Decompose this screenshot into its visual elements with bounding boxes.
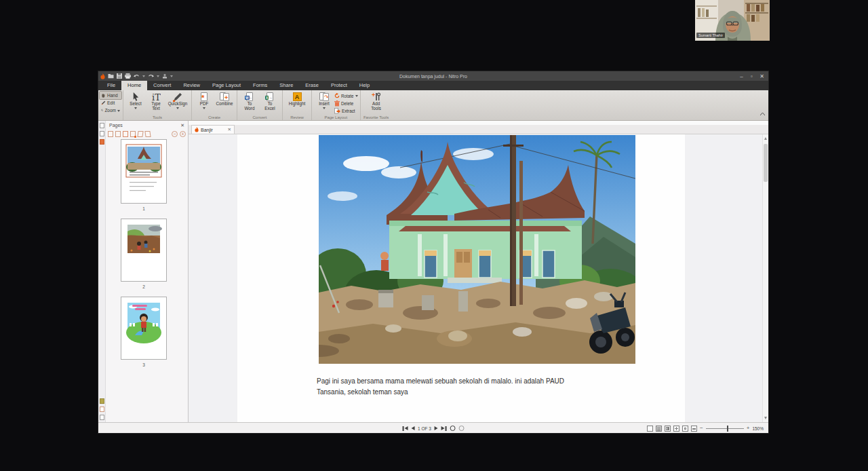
- zoom-slider-thumb[interactable]: [727, 426, 729, 432]
- print-icon[interactable]: [125, 73, 131, 79]
- bookmarks-panel-icon[interactable]: [100, 131, 104, 136]
- zoom-level: 150%: [752, 426, 764, 431]
- ribbon-group-page-layout: ↷ Insert Rotate Delete: [312, 90, 361, 120]
- single-page-view-icon[interactable]: [647, 426, 653, 432]
- collapse-ribbon-icon[interactable]: [760, 106, 765, 118]
- tab-convert[interactable]: Convert: [147, 81, 177, 90]
- select-caret-icon: [134, 107, 137, 109]
- edit-pencil-icon: [101, 100, 106, 105]
- nitro-flame-icon: [100, 73, 105, 79]
- facing-pages-view-icon[interactable]: [665, 426, 671, 432]
- page-thumbnail-1[interactable]: [121, 139, 167, 204]
- attachments-panel-icon[interactable]: [100, 415, 104, 420]
- next-view-button[interactable]: [458, 426, 464, 431]
- nitro-pro-window: Dokumen tanpa judul - Nitro Pro – ▫ ✕ Fi…: [98, 71, 768, 433]
- tab-review[interactable]: Review: [177, 81, 206, 90]
- highlight-button[interactable]: A Highlight: [285, 91, 309, 107]
- page-thumbnail-3[interactable]: [121, 297, 167, 360]
- rotate-cw-icon[interactable]: [144, 131, 151, 137]
- type-text-button[interactable]: iT Type Text: [146, 91, 166, 111]
- tab-share[interactable]: Share: [273, 81, 299, 90]
- scrollbar-thumb[interactable]: [764, 144, 768, 182]
- pages-panel-icon[interactable]: [100, 123, 104, 128]
- combine-button[interactable]: + Combine: [214, 91, 235, 107]
- document-tab-bar: Banjir ✕: [189, 125, 768, 134]
- continuous-view-icon[interactable]: [656, 426, 662, 432]
- undo-icon[interactable]: [134, 74, 140, 79]
- page-indicator: 1 OF 3: [418, 426, 431, 431]
- group-label-page-layout: Page Layout: [312, 115, 360, 119]
- maximize-button[interactable]: ▫: [747, 71, 757, 81]
- first-page-button[interactable]: [403, 426, 408, 431]
- delete-page-icon[interactable]: [123, 131, 128, 137]
- tab-forms[interactable]: Forms: [247, 81, 273, 90]
- ribbon-group-create: * PDF + Combine Create: [192, 90, 237, 120]
- to-word-button[interactable]: W→ To Word: [239, 91, 260, 111]
- fit-width-view-icon[interactable]: [691, 426, 697, 432]
- webcam-video-tile[interactable]: Sumarti Thahir: [695, 0, 770, 41]
- zoom-tool-button[interactable]: Zoom: [100, 107, 121, 114]
- document-tab-close-icon[interactable]: ✕: [228, 127, 231, 132]
- import-page-icon[interactable]: [115, 131, 121, 137]
- page-thumbnail-2[interactable]: [121, 219, 167, 282]
- signatures-panel-icon[interactable]: [100, 407, 104, 412]
- scroll-up-icon[interactable]: [764, 137, 767, 140]
- comments-panel-icon[interactable]: [100, 139, 104, 145]
- pages-panel-close-icon[interactable]: ✕: [180, 123, 184, 128]
- delete-button[interactable]: Delete: [334, 100, 358, 107]
- select-button[interactable]: Select: [125, 91, 146, 109]
- open-file-icon[interactable]: [108, 73, 114, 79]
- qat-customize-caret-icon[interactable]: [170, 75, 173, 77]
- insert-button[interactable]: ↷ Insert: [314, 91, 334, 109]
- zoom-slider[interactable]: [706, 428, 744, 429]
- previous-page-button[interactable]: [411, 426, 414, 430]
- zoom-caret-icon: [117, 110, 120, 112]
- layers-panel-icon[interactable]: [100, 398, 104, 404]
- scroll-down-icon[interactable]: [764, 417, 767, 419]
- pages-panel: Pages ✕ − +: [106, 121, 189, 422]
- previous-view-button[interactable]: [450, 426, 455, 431]
- last-page-button[interactable]: [441, 426, 447, 431]
- grid-view-icon[interactable]: [673, 426, 679, 432]
- rotate-button[interactable]: Rotate: [334, 92, 358, 99]
- tab-protect[interactable]: Protect: [325, 81, 353, 90]
- new-page-icon[interactable]: [130, 131, 136, 137]
- title-bar: Dokumen tanpa judul - Nitro Pro – ▫ ✕: [98, 71, 768, 81]
- export-page-icon[interactable]: [108, 131, 113, 137]
- tab-help[interactable]: Help: [353, 81, 376, 90]
- to-excel-button[interactable]: X→ To Excel: [260, 91, 280, 111]
- group-label-tools: Tools: [123, 115, 191, 119]
- redo-dropdown-caret-icon[interactable]: [157, 75, 159, 77]
- tab-home[interactable]: Home: [121, 81, 147, 90]
- document-canvas[interactable]: Pagi ini saya bersama mama melewati sebu…: [189, 134, 768, 422]
- document-tab-banjir[interactable]: Banjir ✕: [191, 125, 235, 134]
- hand-tool-button[interactable]: Hand: [100, 92, 121, 99]
- zoom-in-button[interactable]: +: [747, 426, 750, 431]
- magnifier-icon: [101, 108, 103, 113]
- pdf-caret-icon: [203, 107, 205, 109]
- fit-page-view-icon[interactable]: [682, 426, 688, 432]
- save-icon[interactable]: [117, 73, 122, 79]
- pdf-button[interactable]: * PDF: [194, 91, 214, 109]
- status-bar: 1 OF 3 − + 150%: [98, 422, 768, 433]
- vertical-scrollbar[interactable]: [762, 134, 768, 422]
- add-tools-button[interactable]: + Add Tools: [363, 91, 390, 111]
- close-button[interactable]: ✕: [757, 71, 767, 81]
- tab-file[interactable]: File: [101, 81, 121, 90]
- zoom-out-button[interactable]: −: [700, 426, 703, 431]
- undo-dropdown-caret-icon[interactable]: [142, 75, 145, 77]
- extract-button[interactable]: Extract: [334, 107, 358, 114]
- rotate-ccw-icon[interactable]: [137, 131, 143, 137]
- page-number-2: 2: [121, 284, 167, 289]
- minimize-button[interactable]: –: [736, 71, 747, 81]
- stamp-icon[interactable]: [162, 73, 167, 79]
- tab-erase[interactable]: Erase: [299, 81, 325, 90]
- tab-page-layout[interactable]: Page Layout: [206, 81, 247, 90]
- edit-tool-button[interactable]: Edit: [100, 99, 121, 107]
- thumbnails-zoom-out-icon[interactable]: −: [172, 131, 178, 137]
- caption-line-2: Tansania, sekolah teman saya: [317, 387, 615, 398]
- next-page-button[interactable]: [435, 426, 438, 430]
- thumbnails-zoom-in-icon[interactable]: +: [180, 131, 186, 137]
- quicksign-button[interactable]: QuickSign: [166, 91, 189, 109]
- redo-icon[interactable]: [148, 74, 154, 79]
